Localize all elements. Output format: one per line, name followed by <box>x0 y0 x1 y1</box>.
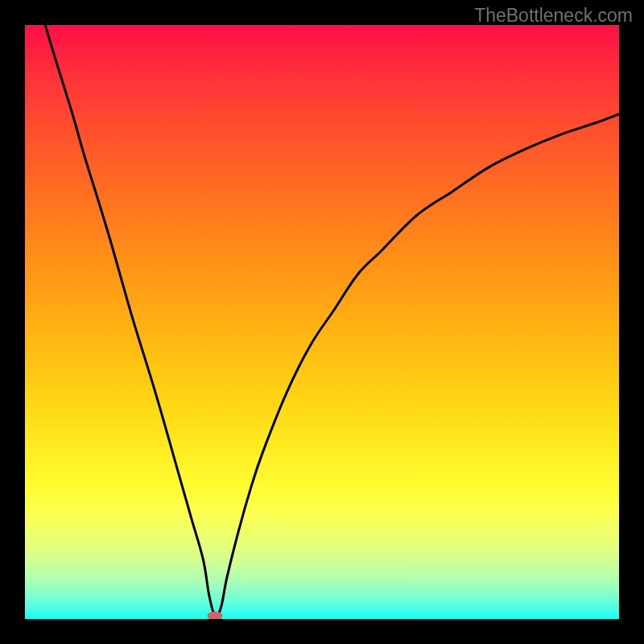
watermark-text: TheBottleneck.com <box>474 5 633 27</box>
chart-frame: TheBottleneck.com <box>0 0 644 644</box>
bottleneck-curve <box>25 25 619 619</box>
minimum-marker <box>208 612 223 619</box>
plot-area <box>25 25 619 619</box>
